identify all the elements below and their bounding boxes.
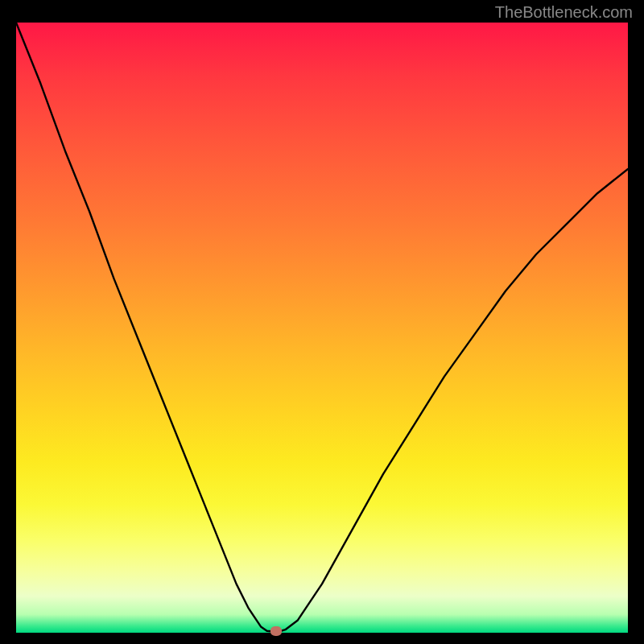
plot-frame [16, 23, 628, 633]
bottleneck-curve [16, 23, 628, 633]
watermark-text: TheBottleneck.com [495, 3, 633, 22]
optimal-point-marker [270, 626, 282, 636]
